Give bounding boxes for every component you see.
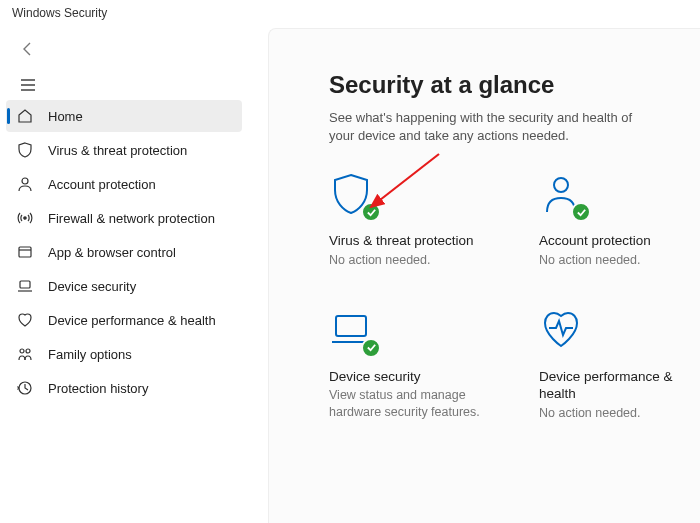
back-button[interactable] bbox=[14, 36, 42, 64]
card-icon-wrap bbox=[539, 308, 587, 356]
app-title: Windows Security bbox=[12, 6, 107, 20]
laptop-icon bbox=[16, 277, 34, 295]
antenna-icon bbox=[16, 209, 34, 227]
svg-point-3 bbox=[22, 178, 28, 184]
sidebar-item-family[interactable]: Family options bbox=[6, 338, 242, 370]
back-arrow-icon bbox=[20, 41, 36, 60]
card-virus-threat[interactable]: Virus & threat protection No action need… bbox=[329, 172, 509, 268]
sidebar-item-performance[interactable]: Device performance & health bbox=[6, 304, 242, 336]
svg-point-8 bbox=[20, 349, 24, 353]
card-status: No action needed. bbox=[539, 405, 700, 421]
sidebar: Home Virus & threat protection Account p… bbox=[0, 100, 248, 406]
card-title: Device performance & health bbox=[539, 368, 700, 403]
sidebar-item-label: Protection history bbox=[48, 381, 148, 396]
sidebar-item-label: Device performance & health bbox=[48, 313, 216, 328]
sidebar-item-label: Device security bbox=[48, 279, 136, 294]
card-grid: Virus & threat protection No action need… bbox=[329, 172, 670, 421]
svg-rect-12 bbox=[336, 316, 366, 336]
card-device-security[interactable]: Device security View status and manage h… bbox=[329, 308, 509, 421]
heart-icon bbox=[16, 311, 34, 329]
shield-icon bbox=[16, 141, 34, 159]
sidebar-item-device-security[interactable]: Device security bbox=[6, 270, 242, 302]
sidebar-item-history[interactable]: Protection history bbox=[6, 372, 242, 404]
card-status: No action needed. bbox=[329, 252, 509, 268]
sidebar-item-virus-threat[interactable]: Virus & threat protection bbox=[6, 134, 242, 166]
svg-rect-5 bbox=[19, 247, 31, 257]
sidebar-item-label: Virus & threat protection bbox=[48, 143, 187, 158]
sidebar-item-label: App & browser control bbox=[48, 245, 176, 260]
svg-point-11 bbox=[554, 178, 568, 192]
sidebar-item-home[interactable]: Home bbox=[6, 100, 242, 132]
svg-point-9 bbox=[26, 349, 30, 353]
card-icon-wrap bbox=[329, 308, 377, 356]
card-icon-wrap bbox=[539, 172, 587, 220]
heart-pulse-icon bbox=[539, 340, 583, 355]
card-account[interactable]: Account protection No action needed. bbox=[539, 172, 700, 268]
card-icon-wrap bbox=[329, 172, 377, 220]
sidebar-item-firewall[interactable]: Firewall & network protection bbox=[6, 202, 242, 234]
status-ok-icon bbox=[361, 338, 381, 358]
sidebar-item-label: Family options bbox=[48, 347, 132, 362]
family-icon bbox=[16, 345, 34, 363]
card-status: View status and manage hardware security… bbox=[329, 387, 509, 420]
card-title: Device security bbox=[329, 368, 509, 386]
hamburger-icon bbox=[20, 78, 36, 95]
history-icon bbox=[16, 379, 34, 397]
svg-rect-7 bbox=[20, 281, 30, 288]
home-icon bbox=[16, 107, 34, 125]
sidebar-item-app-browser[interactable]: App & browser control bbox=[6, 236, 242, 268]
status-ok-icon bbox=[571, 202, 591, 222]
card-performance[interactable]: Device performance & health No action ne… bbox=[539, 308, 700, 421]
window-icon bbox=[16, 243, 34, 261]
sidebar-item-label: Firewall & network protection bbox=[48, 211, 215, 226]
card-status: No action needed. bbox=[539, 252, 700, 268]
nav-toggle-button[interactable] bbox=[14, 72, 42, 100]
sidebar-item-label: Home bbox=[48, 109, 83, 124]
status-ok-icon bbox=[361, 202, 381, 222]
sidebar-item-label: Account protection bbox=[48, 177, 156, 192]
person-icon bbox=[16, 175, 34, 193]
card-title: Account protection bbox=[539, 232, 700, 250]
svg-point-4 bbox=[24, 217, 26, 219]
card-title: Virus & threat protection bbox=[329, 232, 509, 250]
page-subtitle: See what's happening with the security a… bbox=[329, 109, 649, 144]
sidebar-item-account[interactable]: Account protection bbox=[6, 168, 242, 200]
page-title: Security at a glance bbox=[329, 71, 670, 99]
main-content: Security at a glance See what's happenin… bbox=[268, 28, 700, 523]
